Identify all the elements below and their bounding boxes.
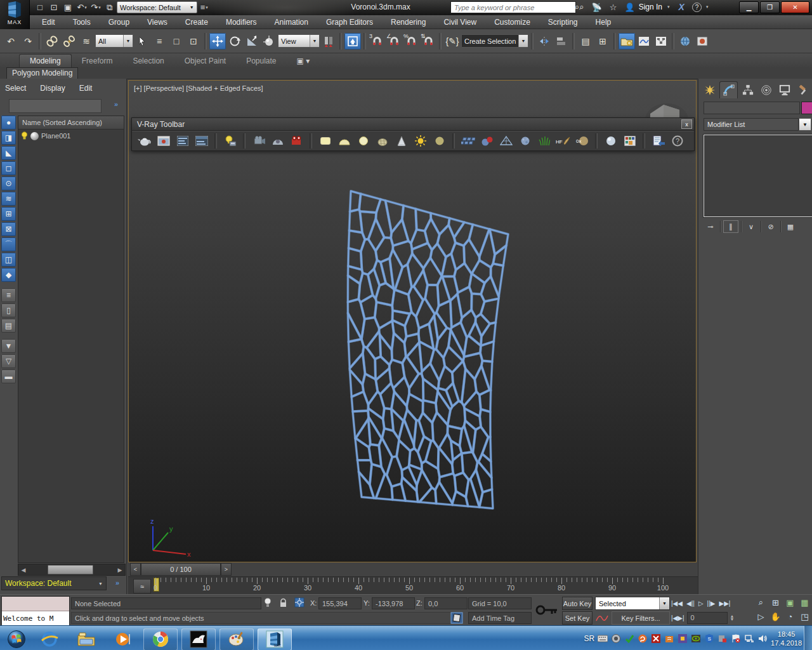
vray-instancer-icon[interactable]	[459, 133, 476, 149]
previous-frame-slider-button[interactable]: <	[130, 563, 141, 576]
sign-in-button[interactable]: Sign In	[639, 3, 662, 11]
quickbar-more-icon[interactable]: ≡▾	[197, 2, 211, 13]
menu-rendering[interactable]: Rendering	[382, 15, 435, 29]
explorer-menu-edit[interactable]: Edit	[79, 84, 93, 93]
set-key-filters-curve-icon[interactable]	[595, 612, 609, 623]
taskbar-internet-explorer[interactable]	[33, 629, 66, 650]
z-coordinate-field[interactable]: 0,0	[424, 597, 468, 609]
display-tab[interactable]	[776, 82, 793, 98]
select-and-scale-icon[interactable]	[244, 33, 260, 50]
select-and-manipulate-icon[interactable]	[320, 33, 337, 50]
zoom-all-icon[interactable]: ⊞	[768, 596, 783, 609]
redo-icon[interactable]: ↷	[20, 33, 36, 50]
absolute-offset-toggle-icon[interactable]	[294, 597, 304, 607]
vray-sphere-fade-icon[interactable]	[602, 133, 619, 149]
pan-hand-icon[interactable]: ✋	[768, 610, 783, 623]
updater-tray-icon[interactable]	[638, 633, 648, 644]
menu-views[interactable]: Views	[138, 15, 176, 29]
menu-create[interactable]: Create	[176, 15, 217, 29]
display-shapes-toggle[interactable]: ◨	[1, 131, 16, 145]
modifier-list-dropdown[interactable]: Modifier List ▼	[704, 118, 811, 131]
taskbar-rhino[interactable]	[181, 628, 216, 650]
key-mode-arrow-icon[interactable]: ▼	[659, 597, 669, 609]
scrollbar-thumb[interactable]	[48, 565, 93, 574]
display-base-objects-toggle[interactable]: ▯	[1, 303, 16, 317]
hierarchy-tab[interactable]	[739, 82, 756, 98]
modifier-list-arrow-icon[interactable]: ▼	[799, 118, 811, 131]
network-tray-icon[interactable]	[744, 633, 754, 644]
make-unique-button[interactable]: ∨	[744, 221, 758, 232]
adobe-tray-icon[interactable]	[651, 633, 661, 644]
schematic-view-icon[interactable]	[653, 33, 669, 50]
taskbar-3ds-max[interactable]: MAX	[258, 628, 292, 650]
filter-config-icon[interactable]: ▽	[1, 354, 16, 368]
taskbar-windows-explorer[interactable]	[70, 629, 103, 650]
workspace-chevron[interactable]: »	[115, 579, 119, 587]
favorites-star-icon[interactable]: ☆	[610, 3, 617, 12]
viewport-canvas[interactable]: z y x	[129, 81, 697, 562]
vray-settings-icon[interactable]	[174, 133, 191, 149]
key-step-toggle[interactable]: |◀▶|	[671, 611, 684, 624]
new-scene-icon[interactable]: □	[33, 2, 47, 13]
y-coordinate-field[interactable]: -133,978	[372, 597, 415, 609]
polygon-modeling-tab[interactable]: Polygon Modeling	[6, 67, 78, 79]
vray-stereo-camera-icon[interactable]	[288, 133, 305, 149]
select-and-rotate-icon[interactable]	[226, 33, 243, 50]
utilities-tab[interactable]	[794, 82, 811, 98]
select-object-icon[interactable]	[134, 33, 150, 50]
auto-key-button[interactable]: Auto Key	[562, 597, 593, 610]
vray-metaball-icon[interactable]	[478, 133, 495, 149]
track-bar-ruler[interactable]: 0102030405060708090100	[154, 577, 697, 595]
display-influences-toggle[interactable]: ≡	[1, 288, 16, 302]
lock-icon[interactable]	[279, 598, 287, 607]
minimize-button[interactable]: ▁	[739, 1, 759, 13]
select-and-link-icon[interactable]	[44, 33, 60, 50]
visibility-bulb-icon[interactable]	[21, 131, 28, 140]
modify-tab[interactable]	[719, 81, 738, 98]
vray-plane-light-icon[interactable]	[317, 133, 334, 149]
explorer-search-input[interactable]	[9, 99, 102, 113]
volume-tray-icon[interactable]	[757, 633, 768, 644]
search-icon[interactable]: ⌕⌕	[575, 2, 584, 12]
unlink-selection-icon[interactable]	[61, 33, 77, 50]
communication-center-icon[interactable]: 📡	[592, 3, 602, 12]
menu-customize[interactable]: Customize	[485, 15, 539, 29]
play-button[interactable]: ▷	[698, 597, 704, 609]
menu-group[interactable]: Group	[100, 15, 138, 29]
rendered-frame-icon[interactable]	[694, 33, 710, 50]
select-and-move-icon[interactable]	[209, 33, 226, 50]
language-indicator[interactable]: SR	[584, 634, 594, 643]
maxscript-mini-listener[interactable]: Welcome to M	[1, 596, 70, 626]
angle-snap-icon[interactable]: ∠	[386, 33, 402, 50]
frame-spinner[interactable]: ▲▼	[730, 614, 735, 621]
display-containers-toggle[interactable]: ◫	[1, 253, 16, 267]
taskbar-paint[interactable]	[219, 628, 254, 650]
layer-explorer-icon[interactable]: ▤	[577, 33, 594, 50]
vray-mesh-light-icon[interactable]	[374, 133, 391, 149]
open-file-icon[interactable]: ⊡	[47, 2, 61, 13]
explorer-menu-select[interactable]: Select	[5, 84, 26, 93]
explorer-menu-display[interactable]: Display	[40, 84, 65, 93]
reference-coordinate-dropdown[interactable]: View▼	[278, 34, 320, 48]
window-crossing-icon[interactable]: ⊡	[185, 33, 202, 50]
object-name-field[interactable]	[704, 102, 800, 114]
vray-scene-converter-icon[interactable]	[650, 133, 667, 149]
menu-civil-view[interactable]: Civil View	[435, 15, 485, 29]
project-toggle-icon[interactable]: ⧉	[103, 2, 117, 13]
keyboard-tray-icon[interactable]	[598, 633, 608, 644]
toggle-scene-explorer-icon[interactable]	[619, 33, 635, 50]
vray-render-icon[interactable]	[136, 133, 153, 149]
ribbon-tab-modeling[interactable]: Modeling	[19, 54, 72, 67]
vray-toolbar-titlebar[interactable]: V-Ray Toolbar	[132, 118, 694, 131]
key-filters-button[interactable]: Key Filters...	[612, 611, 670, 625]
search-input[interactable]: Type a keyword or phrase	[450, 1, 576, 13]
key-mode-dropdown[interactable]: Selected ▼	[595, 597, 670, 610]
motion-tab[interactable]	[757, 82, 775, 98]
vray-plane-icon[interactable]	[497, 133, 514, 149]
exchange-apps-icon[interactable]: X	[679, 2, 684, 12]
display-geometry-toggle[interactable]: ●	[1, 116, 16, 129]
vray-sphere-light-icon[interactable]	[355, 133, 372, 149]
zoom-icon[interactable]: ⌕	[754, 596, 768, 609]
vray-dome-camera-icon[interactable]	[269, 133, 286, 149]
create-tab[interactable]	[701, 82, 718, 98]
